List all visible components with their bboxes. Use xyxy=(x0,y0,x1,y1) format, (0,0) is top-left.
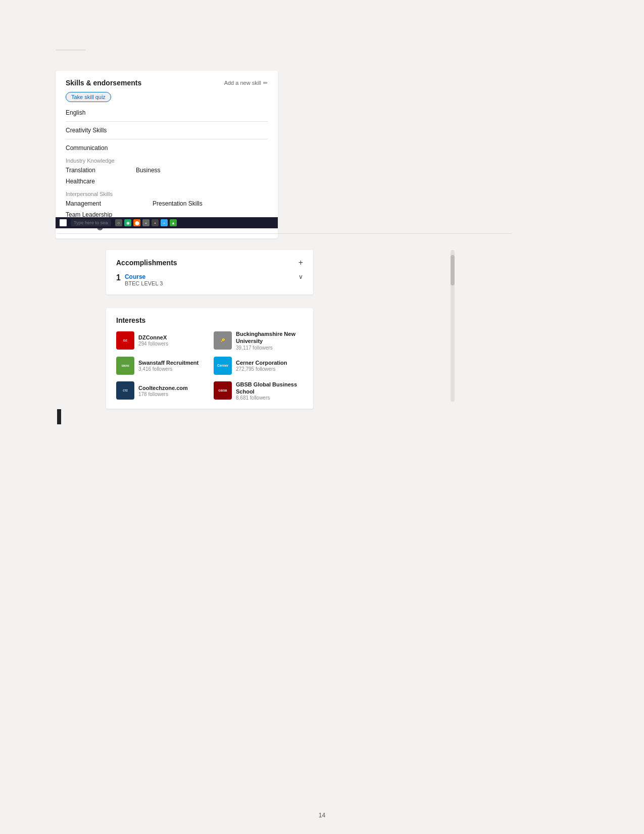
taskbar-icon-4: ▪ xyxy=(142,219,150,226)
cerner-logo-text: Cerner xyxy=(217,364,229,367)
skill-management: Management xyxy=(66,198,112,209)
industry-skills-row: Translation Healthcare Business xyxy=(66,165,268,187)
taskbar-green-icon: ▲ xyxy=(171,221,175,225)
interest-info-swanstaff: Swanstaff Recruitment 3,416 followers xyxy=(138,359,199,372)
interest-logo-gbsb: GBSB xyxy=(214,381,232,400)
swanstaff-logo-text: SWAN xyxy=(122,364,129,367)
taskbar-icon-6: ▪ xyxy=(161,219,168,226)
add-skill-label: Add a new skill xyxy=(224,80,261,86)
interest-followers-bnu: 39,117 followers xyxy=(236,345,303,351)
interest-item-cerner: Cerner Cerner Corporation 272,795 follow… xyxy=(214,357,303,375)
skills-section: Skills & endorsements Add a new skill ✏ … xyxy=(56,71,278,238)
mid-separator xyxy=(57,233,512,234)
taskbar-icon-2: ◉ xyxy=(124,219,131,226)
taskbar-icons: ○ ◉ ⬤ ▪ ▪ ▪ ▲ xyxy=(115,219,177,226)
accomplishments-add-button[interactable]: + xyxy=(299,258,303,267)
skill-translation: Translation xyxy=(66,165,95,176)
skill-creativity: Creativity Skills xyxy=(66,125,268,136)
accomplishments-header: Accomplishments + xyxy=(116,258,303,267)
gbsb-logo-text: GBSB xyxy=(218,389,227,392)
interest-name-gbsb: GBSB Global Business School xyxy=(236,381,303,396)
interests-title: Interests xyxy=(116,316,303,324)
left-bar-decoration xyxy=(57,409,61,424)
divider xyxy=(66,139,268,139)
skill-business: Business xyxy=(136,165,161,176)
skill-healthcare: Healthcare xyxy=(66,176,95,187)
page-wrapper: Skills & endorsements Add a new skill ✏ … xyxy=(0,0,644,834)
skills-title: Skills & endorsements xyxy=(66,79,141,87)
interest-logo-bnu: 🔑 xyxy=(214,331,232,350)
interest-info-cooltechzone: Cooltechzone.com 178 followers xyxy=(138,384,188,397)
taskbar-icon-3: ⬤ xyxy=(133,219,140,226)
interest-name-cooltechzone: Cooltechzone.com xyxy=(138,384,188,391)
interest-info-gbsb: GBSB Global Business School 8,681 follow… xyxy=(236,381,303,401)
windows-start-button[interactable] xyxy=(60,219,67,226)
interest-name-bnu: Buckinghamshire New University xyxy=(236,330,303,345)
interest-item-gbsb: GBSB GBSB Global Business School 8,681 f… xyxy=(214,381,303,401)
take-skill-quiz-button[interactable]: Take skill quiz xyxy=(66,92,111,102)
skill-english: English xyxy=(66,107,268,118)
course-count: 1 xyxy=(116,273,121,282)
interest-followers-dzconnex: 294 followers xyxy=(138,341,168,347)
top-line-decoration xyxy=(56,50,86,51)
interest-item-cooltechzone: CTZ Cooltechzone.com 178 followers xyxy=(116,381,206,401)
interest-followers-cooltechzone: 178 followers xyxy=(138,391,188,397)
interest-name-dzconnex: DZConneX xyxy=(138,334,168,341)
taskbar-store-icon: ▪ xyxy=(155,221,156,225)
accomplishments-title: Accomplishments xyxy=(116,259,177,267)
divider xyxy=(66,121,268,122)
interest-name-swanstaff: Swanstaff Recruitment xyxy=(138,359,199,366)
interest-logo-cerner: Cerner xyxy=(214,357,232,375)
interest-followers-swanstaff: 3,416 followers xyxy=(138,366,199,372)
skill-presentation: Presentation Skills xyxy=(153,198,203,209)
interest-logo-swanstaff: SWAN xyxy=(116,357,134,375)
interest-followers-cerner: 272,795 followers xyxy=(236,366,287,372)
interest-info-dzconnex: DZConneX 294 followers xyxy=(138,334,168,347)
interest-logo-dzconnex: DZ xyxy=(116,331,134,350)
interpersonal-skills-label: Interpersonal Skills xyxy=(66,191,268,197)
taskbar-fox-icon: ⬤ xyxy=(135,221,139,225)
skills-header: Skills & endorsements Add a new skill ✏ xyxy=(66,79,268,87)
interests-section: Interests DZ DZConneX 294 followers 🔑 Bu… xyxy=(106,308,313,409)
course-row: 1 Course BTEC LEVEL 3 ∨ xyxy=(116,273,303,286)
taskbar-icon-7: ▲ xyxy=(170,219,177,226)
interest-logo-cooltechzone: CTZ xyxy=(116,381,134,400)
interest-name-cerner: Cerner Corporation xyxy=(236,359,287,366)
taskbar-folder-icon: ▪ xyxy=(145,221,146,225)
taskbar-search-input[interactable] xyxy=(71,219,111,226)
taskbar-circle-icon: ○ xyxy=(118,221,120,225)
bnu-logo-text: 🔑 xyxy=(221,338,225,342)
scrollbar-thumb[interactable] xyxy=(451,255,455,285)
industry-skills-right: Business xyxy=(136,165,161,187)
page-number: 14 xyxy=(319,812,325,819)
taskbar-icon-1: ○ xyxy=(115,219,122,226)
course-type-label: Course xyxy=(125,273,163,280)
interest-item-swanstaff: SWAN Swanstaff Recruitment 3,416 followe… xyxy=(116,357,206,375)
collapse-chevron-icon[interactable]: ∨ xyxy=(299,273,303,280)
add-skill-link[interactable]: Add a new skill ✏ xyxy=(224,80,268,86)
industry-knowledge-label: Industry Knowledge xyxy=(66,158,268,164)
skill-communication: Communication xyxy=(66,142,268,154)
interest-item-dzconnex: DZ DZConneX 294 followers xyxy=(116,330,206,351)
course-content: 1 Course BTEC LEVEL 3 xyxy=(116,273,163,286)
cooltechzone-logo-text: CTZ xyxy=(123,389,128,392)
taskbar-dropbox-icon: ▪ xyxy=(164,221,165,225)
accomplishments-section: Accomplishments + 1 Course BTEC LEVEL 3 … xyxy=(106,250,313,295)
interests-grid: DZ DZConneX 294 followers 🔑 Buckinghamsh… xyxy=(116,330,303,401)
industry-skills-left: Translation Healthcare xyxy=(66,165,95,187)
course-details: Course BTEC LEVEL 3 xyxy=(125,273,163,286)
taskbar-icon-5: ▪ xyxy=(152,219,159,226)
interest-item-bnu: 🔑 Buckinghamshire New University 39,117 … xyxy=(214,330,303,351)
course-name: BTEC LEVEL 3 xyxy=(125,280,163,286)
taskbar-browser-icon: ◉ xyxy=(126,221,130,225)
dzconnex-logo-text: DZ xyxy=(123,339,127,342)
interest-info-bnu: Buckinghamshire New University 39,117 fo… xyxy=(236,330,303,351)
interest-followers-gbsb: 8,681 followers xyxy=(236,395,303,401)
interest-info-cerner: Cerner Corporation 272,795 followers xyxy=(236,359,287,372)
edit-icon: ✏ xyxy=(263,80,268,86)
taskbar: ○ ◉ ⬤ ▪ ▪ ▪ ▲ xyxy=(56,217,278,228)
scrollbar[interactable] xyxy=(451,250,455,402)
